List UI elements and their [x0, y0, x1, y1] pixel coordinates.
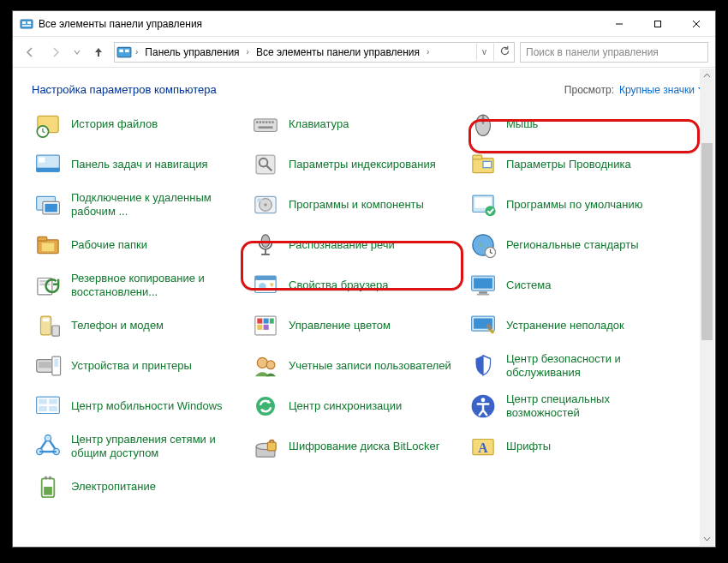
- control-panel-item[interactable]: Учетные записи пользователей: [249, 346, 463, 386]
- svg-rect-25: [37, 168, 60, 172]
- forward-button[interactable]: [45, 42, 66, 63]
- svg-point-78: [266, 361, 275, 369]
- svg-rect-13: [254, 119, 277, 132]
- chevron-right-icon[interactable]: ›: [134, 47, 140, 57]
- item-label: Центр синхронизации: [289, 399, 402, 413]
- svg-text:A: A: [478, 440, 488, 455]
- control-panel-item[interactable]: Панель задач и навигация: [32, 145, 246, 184]
- svg-rect-76: [54, 359, 58, 368]
- control-panel-item[interactable]: Параметры Проводника: [467, 145, 681, 184]
- control-panel-item[interactable]: Центр управления сетями и общим доступом: [32, 427, 246, 466]
- control-panel-item[interactable]: Система: [467, 266, 681, 305]
- control-panel-item[interactable]: Свойства браузера: [249, 266, 463, 305]
- control-panel-item[interactable]: Клавиатура: [249, 105, 463, 144]
- control-panel-item[interactable]: Устройства и принтеры: [32, 346, 246, 386]
- svg-rect-2: [27, 21, 31, 24]
- scroll-thumb[interactable]: [701, 143, 713, 340]
- control-panel-item[interactable]: Центр специальных возможностей: [467, 386, 681, 426]
- control-panel-item[interactable]: Распознавание речи: [249, 225, 463, 265]
- control-panel-item[interactable]: Резервное копирование и восстановлени...: [32, 266, 246, 305]
- devices-icon: [33, 351, 63, 380]
- mouse-icon: [468, 110, 498, 139]
- control-panel-item[interactable]: Программы и компоненты: [249, 185, 463, 225]
- scroll-track[interactable]: [700, 83, 714, 531]
- svg-rect-67: [270, 319, 274, 324]
- scroll-down-button[interactable]: [700, 531, 714, 546]
- system-icon: [468, 271, 498, 300]
- fonts-icon: A: [468, 432, 498, 461]
- svg-rect-60: [477, 294, 490, 296]
- svg-rect-98: [45, 476, 46, 480]
- item-label: Устранение неполадок: [506, 319, 624, 332]
- recent-button[interactable]: [71, 42, 83, 63]
- item-label: Управление цветом: [289, 319, 391, 332]
- control-panel-item[interactable]: История файлов: [32, 105, 246, 144]
- svg-rect-10: [125, 49, 129, 51]
- control-panel-item[interactable]: Параметры индексирования: [249, 145, 463, 184]
- minimize-button[interactable]: [600, 11, 638, 36]
- up-button[interactable]: [88, 42, 109, 63]
- svg-point-56: [259, 283, 266, 290]
- svg-rect-20: [259, 126, 273, 128]
- control-panel-item[interactable]: Управление цветом: [249, 306, 463, 345]
- address-bar[interactable]: › Панель управления › Все элементы панел…: [114, 42, 515, 63]
- control-panel-item[interactable]: Центр мобильности Windows: [32, 386, 246, 426]
- maximize-button[interactable]: [638, 11, 677, 36]
- svg-rect-45: [42, 243, 55, 252]
- svg-rect-65: [257, 319, 262, 324]
- view-switcher[interactable]: Просмотр: Крупные значки: [564, 84, 705, 96]
- control-panel-item[interactable]: AШрифты: [467, 427, 681, 466]
- control-panel-item[interactable]: Центр синхронизации: [249, 386, 463, 426]
- control-panel-item[interactable]: Подключение к удаленным рабочим ...: [32, 185, 246, 225]
- svg-rect-58: [474, 279, 492, 289]
- control-panel-window: Все элементы панели управления › Панель …: [12, 10, 716, 548]
- mobility-icon: [33, 392, 63, 421]
- item-label: Панель задач и навигация: [71, 158, 208, 171]
- svg-rect-68: [257, 325, 262, 330]
- chevron-right-icon[interactable]: ›: [425, 47, 431, 57]
- chevron-right-icon[interactable]: ›: [245, 47, 251, 57]
- svg-rect-81: [49, 399, 57, 404]
- svg-point-38: [264, 203, 267, 207]
- control-panel-item[interactable]: Программы по умолчанию: [467, 185, 681, 225]
- svg-rect-83: [49, 406, 57, 411]
- item-label: Параметры Проводника: [506, 158, 631, 171]
- control-panel-item[interactable]: Устранение неполадок: [467, 306, 681, 345]
- item-label: Телефон и модем: [71, 319, 164, 332]
- view-label: Просмотр:: [564, 84, 614, 96]
- security-icon: [468, 351, 498, 380]
- svg-rect-99: [49, 476, 51, 480]
- refresh-button[interactable]: [493, 44, 512, 61]
- vertical-scrollbar[interactable]: [700, 69, 714, 546]
- control-panel-item[interactable]: Электропитание: [32, 467, 246, 506]
- close-button[interactable]: [677, 11, 715, 36]
- control-panel-item[interactable]: Рабочие папки: [32, 225, 246, 265]
- breadcrumb-root[interactable]: Панель управления: [141, 46, 242, 58]
- chevron-down-icon[interactable]: v: [476, 44, 492, 60]
- control-panel-icon: [116, 45, 132, 60]
- svg-rect-18: [269, 121, 271, 123]
- svg-rect-3: [22, 25, 31, 27]
- svg-rect-62: [43, 319, 49, 322]
- svg-rect-80: [39, 399, 47, 404]
- control-panel-item[interactable]: Центр безопасности и обслуживания: [467, 346, 681, 386]
- keyboard-icon: [251, 110, 280, 139]
- item-label: Шрифты: [506, 440, 551, 453]
- control-panel-item[interactable]: Шифрование диска BitLocker: [249, 427, 463, 466]
- search-input[interactable]: [520, 42, 708, 63]
- control-panel-item[interactable]: Региональные стандарты: [467, 225, 681, 265]
- breadcrumb-current[interactable]: Все элементы панели управления: [253, 46, 423, 58]
- titlebar: Все элементы панели управления: [13, 11, 715, 37]
- scroll-up-button[interactable]: [700, 69, 714, 83]
- sync-icon: [251, 392, 280, 421]
- svg-rect-15: [260, 121, 261, 123]
- svg-rect-35: [45, 204, 57, 213]
- item-label: Шифрование диска BitLocker: [289, 440, 439, 453]
- svg-point-42: [485, 206, 495, 216]
- control-panel-item[interactable]: Телефон и модем: [32, 306, 246, 345]
- search-field[interactable]: [526, 46, 702, 58]
- back-button[interactable]: [20, 42, 40, 63]
- view-mode-link[interactable]: Крупные значки: [619, 84, 705, 96]
- svg-rect-14: [256, 121, 258, 123]
- control-panel-item[interactable]: Мышь: [467, 105, 681, 144]
